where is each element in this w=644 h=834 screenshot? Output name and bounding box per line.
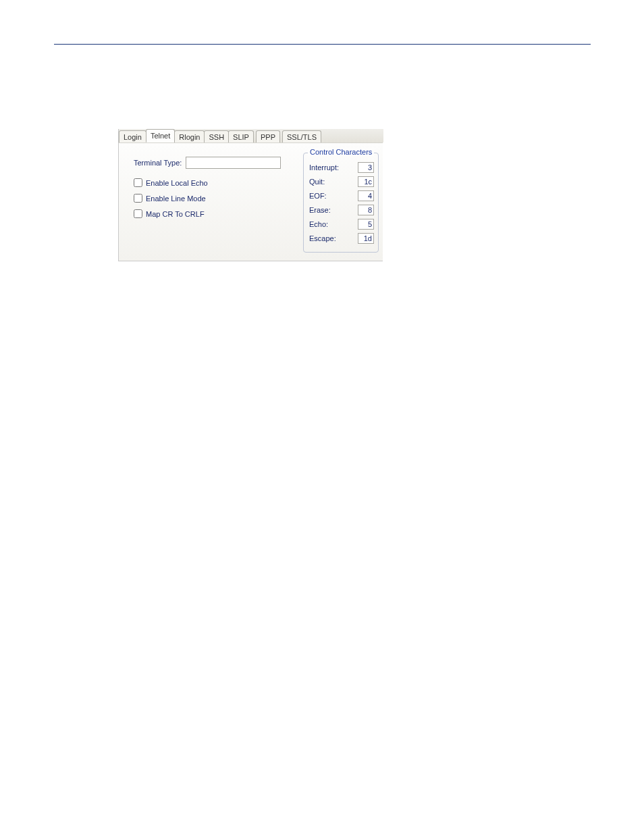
cc-erase-input[interactable] bbox=[358, 205, 374, 215]
cc-eof-label: EOF: bbox=[309, 192, 327, 200]
tab-body: Terminal Type: Enable Local Echo Enable … bbox=[119, 142, 383, 261]
header-rule bbox=[54, 44, 591, 45]
tab-bar: Login Telnet Rlogin SSH SLIP PPP SSL/TLS bbox=[119, 129, 383, 142]
tab-ssh[interactable]: SSH bbox=[204, 130, 229, 143]
enable-line-mode-checkbox[interactable] bbox=[134, 194, 142, 203]
control-characters-group: Control Characters Interrupt: Quit: EOF: bbox=[303, 153, 379, 253]
cc-erase-label: Erase: bbox=[309, 206, 331, 214]
enable-local-echo-label: Enable Local Echo bbox=[146, 179, 208, 187]
tab-slip[interactable]: SLIP bbox=[228, 130, 254, 143]
map-cr-to-crlf-checkbox[interactable] bbox=[134, 209, 142, 218]
cc-interrupt-label: Interrupt: bbox=[309, 163, 339, 172]
cc-eof-input[interactable] bbox=[358, 190, 374, 201]
cc-escape-label: Escape: bbox=[309, 234, 336, 242]
tab-rlogin[interactable]: Rlogin bbox=[174, 130, 205, 143]
cc-echo-label: Echo: bbox=[309, 220, 328, 228]
cc-quit-input[interactable] bbox=[358, 176, 374, 187]
tab-ssl-tls[interactable]: SSL/TLS bbox=[282, 130, 321, 143]
map-cr-to-crlf-label: Map CR To CRLF bbox=[146, 210, 205, 218]
tab-login[interactable]: Login bbox=[119, 130, 146, 143]
terminal-type-label: Terminal Type: bbox=[134, 159, 182, 167]
enable-local-echo-checkbox[interactable] bbox=[134, 178, 142, 187]
enable-line-mode-label: Enable Line Mode bbox=[146, 194, 206, 203]
tab-ppp[interactable]: PPP bbox=[256, 130, 280, 143]
cc-interrupt-input[interactable] bbox=[358, 162, 374, 173]
cc-echo-input[interactable] bbox=[358, 219, 374, 230]
cc-escape-input[interactable] bbox=[358, 233, 374, 244]
control-characters-legend: Control Characters bbox=[308, 148, 374, 156]
tab-telnet[interactable]: Telnet bbox=[146, 129, 175, 142]
telnet-form: Terminal Type: Enable Local Echo Enable … bbox=[134, 157, 289, 225]
cc-quit-label: Quit: bbox=[309, 178, 325, 186]
settings-panel: Login Telnet Rlogin SSH SLIP PPP SSL/TLS… bbox=[118, 129, 383, 261]
terminal-type-input[interactable] bbox=[186, 157, 281, 169]
